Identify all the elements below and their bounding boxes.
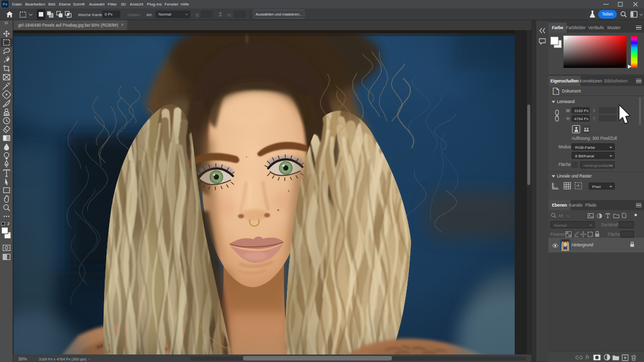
svg-text:Ps: Ps: [3, 2, 7, 7]
